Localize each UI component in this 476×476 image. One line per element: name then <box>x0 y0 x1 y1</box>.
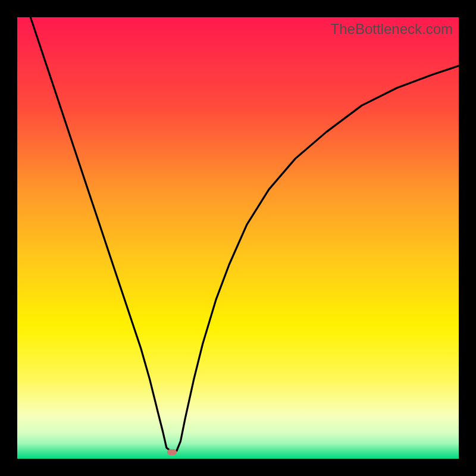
chart-frame: TheBottleneck.com <box>0 0 476 476</box>
bottleneck-curve <box>17 17 459 459</box>
plot-area: TheBottleneck.com <box>17 17 459 459</box>
optimal-point-marker <box>167 449 177 455</box>
watermark-text: TheBottleneck.com <box>331 21 453 37</box>
